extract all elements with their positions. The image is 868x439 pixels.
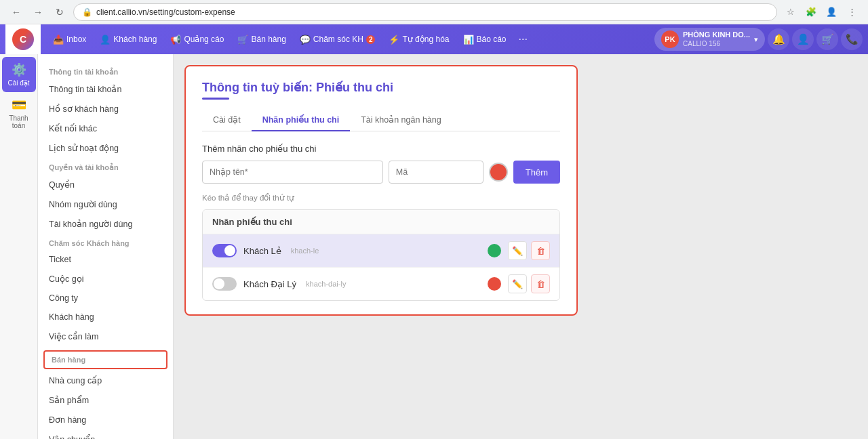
section-title-tk: Thông tin tài khoản <box>38 62 173 79</box>
sidebar-icon-cai-dat[interactable]: ⚙️ Cài đặt <box>2 57 36 92</box>
nav-bao-cao[interactable]: 📊 Báo cáo <box>456 24 513 54</box>
add-label-row: Thêm <box>202 161 560 184</box>
labels-box: Nhãn phiếu thu chi Khách Lẻ khach-le ✏️ … <box>202 209 560 301</box>
add-section-subtitle: Thêm nhãn cho phiếu thu chi <box>202 144 560 154</box>
label-row-khach-le: Khách Lẻ khach-le ✏️ 🗑 <box>203 234 559 268</box>
sidebar-item-tk-nd[interactable]: Tài khoản người dùng <box>38 214 173 234</box>
sidebar-icon-thanh-toan-label: Thanh toán <box>5 114 33 129</box>
nav-right: PK PHÒNG KINH DO... CALLIO 156 ▾ 🔔 👤 🛒 📞 <box>654 28 863 51</box>
nav-tu-dong-hoa[interactable]: ⚡ Tự động hóa <box>382 24 456 54</box>
nav-ban-hang[interactable]: 🛒 Bán hàng <box>231 24 292 54</box>
label-color-khach-dai-ly <box>488 277 501 291</box>
nav-quang-cao-label: Quảng cáo <box>184 35 224 44</box>
logo-circle: C <box>12 28 34 50</box>
sidebar-item-cong-ty[interactable]: Công ty <box>38 289 173 308</box>
add-user-btn[interactable]: 👤 <box>792 28 814 50</box>
bell-btn[interactable]: 🔔 <box>768 28 789 50</box>
sidebar-icon-thanh-toan[interactable]: 💳 Thanh toán <box>2 92 36 135</box>
toggle-knob-khach-le <box>224 245 235 256</box>
tab-nhan-phieu-thu-chi[interactable]: Nhãn phiếu thu chi <box>252 109 351 131</box>
toggle-khach-le[interactable] <box>212 244 237 257</box>
sidebar-item-viec-can-lam[interactable]: Việc cần làm <box>38 327 173 346</box>
app-logo: C <box>5 24 41 54</box>
nav-more-btn[interactable]: ··· <box>513 33 533 45</box>
input-label-name[interactable] <box>202 161 383 184</box>
label-slug-khach-le: khach-le <box>291 247 319 255</box>
sidebar-item-van-chuyen[interactable]: Vận chuyển <box>38 430 173 439</box>
browser-bar: ← → ↻ 🔒 client.callio.vn/setting/custom-… <box>0 0 868 24</box>
sidebar-icons: ⚙️ Cài đặt 💳 Thanh toán <box>0 54 38 439</box>
nav-bao-cao-label: Báo cáo <box>477 35 507 44</box>
tab-tai-khoan-ngan-hang[interactable]: Tài khoản ngân hàng <box>350 109 452 131</box>
browser-actions: ☆ 🧩 👤 ⋮ <box>783 4 860 20</box>
payment-icon: 💳 <box>12 98 26 112</box>
report-icon: 📊 <box>463 35 474 45</box>
delete-khach-dai-ly-btn[interactable]: 🗑 <box>531 274 550 293</box>
sidebar-item-khach-hang-menu[interactable]: Khách hàng <box>38 308 173 327</box>
label-color-khach-le <box>488 244 501 257</box>
nav-inbox[interactable]: 📥 Inbox <box>46 24 93 54</box>
toggle-khach-dai-ly[interactable] <box>212 277 237 291</box>
label-name-khach-dai-ly: Khách Đại Lý <box>243 279 296 289</box>
app-nav: C 📥 Inbox 👤 Khách hàng 📢 Quảng cáo 🛒 Bán… <box>0 24 868 54</box>
logo-text: C <box>20 34 26 45</box>
ad-icon: 📢 <box>170 35 181 45</box>
sidebar-item-nha-cung-cap[interactable]: Nhà cung cấp <box>38 371 173 390</box>
back-button[interactable]: ← <box>8 4 24 20</box>
edit-khach-dai-ly-btn[interactable]: ✏️ <box>508 274 527 293</box>
user-initials: PK <box>665 35 675 43</box>
refresh-button[interactable]: ↻ <box>52 4 68 20</box>
extensions-button[interactable]: 🧩 <box>803 4 819 20</box>
nav-tu-dong-hoa-label: Tự động hóa <box>402 35 449 44</box>
edit-khach-le-btn[interactable]: ✏️ <box>508 241 527 260</box>
sidebar-menu: Thông tin tài khoản Thông tin tài khoản … <box>38 54 174 439</box>
phone-btn[interactable]: 📞 <box>841 28 863 50</box>
user-info: PHÒNG KINH DO... CALLIO 156 <box>683 30 750 47</box>
user-subtitle: CALLIO 156 <box>683 40 750 48</box>
user-name: PHÒNG KINH DO... <box>683 30 750 39</box>
label-row-khach-dai-ly: Khách Đại Lý khach-dai-ly ✏️ 🗑 <box>203 268 559 300</box>
toggle-knob-khach-dai-ly <box>214 278 224 289</box>
nav-khach-hang[interactable]: 👤 Khách hàng <box>93 24 163 54</box>
nav-quang-cao[interactable]: 📢 Quảng cáo <box>163 24 231 54</box>
nav-cham-soc-kh[interactable]: 💬 Chăm sóc KH 2 <box>293 24 382 54</box>
sidebar-item-san-pham[interactable]: Sản phẩm <box>38 390 173 410</box>
cart-nav-btn[interactable]: 🛒 <box>816 28 838 50</box>
input-label-code[interactable] <box>389 161 484 184</box>
bookmark-button[interactable]: ☆ <box>783 4 799 20</box>
panel-tabs: Cài đặt Nhãn phiếu thu chi Tài khoản ngâ… <box>202 109 560 131</box>
section-title-quyen: Quyền và tài khoản <box>38 158 173 175</box>
main-panel: Thông tin tuỳ biến: Phiếu thu chi Cài đặ… <box>184 65 578 316</box>
label-name-khach-le: Khách Lẻ <box>243 246 281 256</box>
sidebar-item-ho-so-kh[interactable]: Hồ sơ khách hàng <box>38 99 173 119</box>
nav-inbox-label: Inbox <box>66 35 86 44</box>
user-icon: 👤 <box>100 35 111 45</box>
sidebar-item-nhom-nd[interactable]: Nhóm người dùng <box>38 194 173 214</box>
drag-hint: Kéo thả để thay đổi thứ tự <box>202 193 560 203</box>
user-profile-btn[interactable]: PK PHÒNG KINH DO... CALLIO 156 ▾ <box>654 28 765 51</box>
inbox-icon: 📥 <box>53 35 64 45</box>
sidebar-item-ket-noi-khac[interactable]: Kết nối khác <box>38 119 173 138</box>
them-button[interactable]: Thêm <box>513 161 560 184</box>
cart-icon: 🛒 <box>237 35 248 45</box>
nav-ban-hang-label: Bán hàng <box>251 35 285 44</box>
tab-cai-dat[interactable]: Cài đặt <box>202 109 252 131</box>
auto-icon: ⚡ <box>389 35 399 45</box>
delete-khach-le-btn[interactable]: 🗑 <box>531 241 550 260</box>
sidebar-item-quyen[interactable]: Quyền <box>38 175 173 194</box>
sidebar-item-thong-tin-tk[interactable]: Thông tin tài khoản <box>38 79 173 99</box>
url-bar[interactable]: 🔒 client.callio.vn/setting/custom-expens… <box>73 3 777 21</box>
menu-button[interactable]: ⋮ <box>844 4 860 20</box>
profile-button[interactable]: 👤 <box>823 4 840 20</box>
section-title-cham-soc: Chăm sóc Khách hàng <box>38 234 173 250</box>
chat-icon: 💬 <box>300 35 311 45</box>
sidebar-item-lich-su-hd[interactable]: Lịch sử hoạt động <box>38 138 173 158</box>
sidebar-item-cuoc-goi[interactable]: Cuộc gọi <box>38 269 173 289</box>
forward-button[interactable]: → <box>30 4 46 20</box>
content-area: Thông tin tuỳ biến: Phiếu thu chi Cài đặ… <box>174 54 868 439</box>
sidebar-item-don-hang[interactable]: Đơn hàng <box>38 410 173 430</box>
gear-icon: ⚙️ <box>12 62 26 77</box>
sidebar-item-ticket[interactable]: Ticket <box>38 250 173 269</box>
user-avatar: PK <box>661 30 679 48</box>
color-picker-btn[interactable] <box>489 163 508 182</box>
